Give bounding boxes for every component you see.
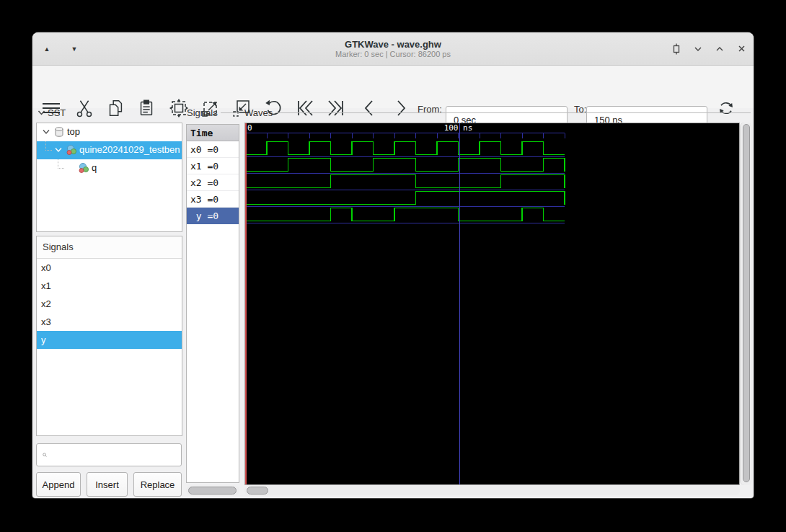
toolbar: From: To: [32, 66, 754, 108]
waves-frame-label: Waves [244, 107, 751, 118]
wave-name-row-x1[interactable]: x1 =0 [187, 158, 239, 174]
cut-icon [74, 98, 94, 118]
tree-item-top[interactable]: top [37, 123, 182, 141]
replace-button[interactable]: Replace [133, 472, 182, 497]
shade-down-button[interactable]: ▼ [69, 45, 80, 53]
copy-button[interactable] [103, 96, 128, 120]
wave-names-panel: Time x0 =0x1 =0x2 =0x3 =0 y =0 [186, 124, 239, 483]
cut-button[interactable] [72, 96, 97, 120]
signal-search [36, 443, 182, 466]
tree-expander-icon[interactable] [42, 128, 50, 136]
insert-button[interactable]: Insert [87, 472, 128, 497]
signals-frame-label: Signals [187, 107, 239, 118]
restore-button[interactable] [713, 43, 726, 56]
close-button[interactable] [735, 43, 748, 56]
time-header: Time [187, 125, 239, 141]
signal-list-item-x2[interactable]: x2 [37, 295, 182, 313]
waveform-x3 [246, 192, 565, 205]
wave-name-row-x3[interactable]: x3 =0 [187, 191, 239, 208]
chevron-up-icon [715, 44, 725, 54]
waves-vscrollbar[interactable] [740, 123, 752, 485]
maximize-button[interactable] [670, 43, 683, 56]
waves-hscrollbar[interactable] [244, 486, 740, 495]
tree-item-label: q [92, 162, 97, 173]
signal-list-item-x3[interactable]: x3 [37, 313, 182, 331]
waveform-x2 [246, 175, 565, 188]
sst-frame-label[interactable]: SST [37, 107, 66, 118]
sst-tree-panel: topquine20241029_testbenq [36, 123, 182, 232]
copy-icon [105, 98, 125, 118]
signal-browser-header: Signals [37, 236, 182, 259]
window-title: GTKWave - wave.ghw [345, 39, 441, 50]
tree-guide-line [45, 141, 52, 151]
chevron-down-icon [693, 44, 703, 54]
signal-list-item-x0[interactable]: x0 [37, 259, 182, 277]
waveform-y [246, 208, 565, 221]
signal-browser-panel: Signals x0x1x2x3y [36, 236, 182, 436]
waveform-x0 [246, 142, 565, 155]
wave-name-row-y[interactable]: y =0 [187, 208, 239, 224]
search-icon [43, 450, 47, 460]
search-input[interactable] [51, 443, 181, 466]
wave-name-row-x0[interactable]: x0 =0 [187, 141, 239, 158]
svg-text:0: 0 [247, 123, 252, 133]
gtkwave-window: ▲ ▼ GTKWave - wave.ghw Marker: 0 sec | C… [32, 32, 754, 498]
marker-cursor-status: Marker: 0 sec | Cursor: 86200 ps [335, 50, 451, 59]
waveform-display: 0100 ns [245, 123, 739, 484]
shade-up-button[interactable]: ▲ [41, 45, 53, 53]
signal-list-item-y[interactable]: y [37, 331, 182, 349]
minimize-button[interactable] [692, 43, 705, 56]
paste-icon [136, 98, 156, 118]
wave-name-row-x2[interactable]: x2 =0 [187, 174, 239, 191]
sst-expander-icon [37, 109, 45, 117]
wave-names-hscrollbar[interactable] [186, 486, 239, 495]
waves-canvas[interactable]: 0100 ns [244, 123, 740, 485]
tree-guide-line [58, 159, 64, 169]
append-button[interactable]: Append [36, 472, 81, 497]
tree-expander-icon[interactable] [54, 146, 63, 154]
svg-text:100 ns: 100 ns [444, 123, 473, 133]
component-spheres-icon [66, 144, 77, 156]
module-cylinder-icon [53, 126, 65, 138]
tree-item-label: quine20241029_testben [79, 144, 180, 155]
signal-list-item-x1[interactable]: x1 [37, 277, 182, 295]
tree-item-q[interactable]: q [37, 159, 182, 177]
maximize-icon [671, 43, 682, 55]
tree-item-label: top [67, 126, 80, 137]
component-spheres-icon [78, 162, 89, 174]
tree-item-quine20241029-testben[interactable]: quine20241029_testben [37, 141, 182, 159]
close-icon [737, 44, 746, 53]
titlebar: ▲ ▼ GTKWave - wave.ghw Marker: 0 sec | C… [32, 32, 754, 66]
paste-button[interactable] [134, 96, 159, 120]
waveform-x1 [246, 159, 565, 172]
